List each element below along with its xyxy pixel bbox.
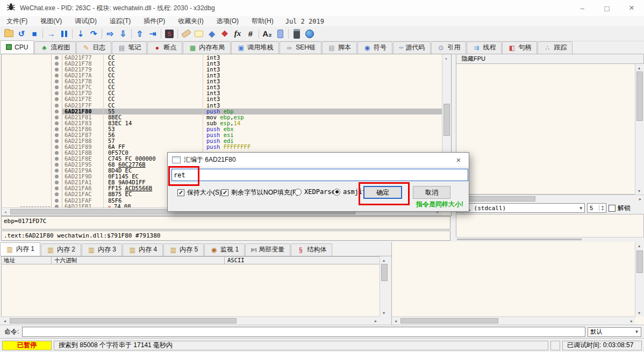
command-input[interactable]: [22, 327, 585, 337]
globe-icon[interactable]: [303, 27, 316, 40]
tab-threads[interactable]: ⇉线程: [467, 41, 502, 54]
keep-size-checkbox[interactable]: 保持大小(S): [177, 188, 221, 197]
breakpoint-dot-icon[interactable]: [55, 139, 59, 143]
minimize-button[interactable]: [570, 0, 595, 16]
breakpoint-dot-icon[interactable]: [55, 175, 59, 178]
breakpoint-dot-icon[interactable]: [55, 80, 59, 83]
breakpoint-dot-icon[interactable]: [55, 116, 59, 119]
arguments-scrollbar[interactable]: [456, 237, 644, 241]
registers-vertical-scrollbar[interactable]: [635, 64, 644, 195]
menu-item[interactable]: 追踪(T): [103, 17, 137, 26]
calculator-icon[interactable]: [290, 27, 303, 40]
breakpoint-dot-icon[interactable]: [55, 104, 59, 107]
menu-item[interactable]: 调试(D): [68, 17, 103, 26]
assemble-instruction-input[interactable]: [171, 169, 468, 181]
cancel-button[interactable]: 取消: [413, 186, 450, 199]
dump-vertical-scrollbar[interactable]: [380, 256, 389, 317]
menu-item[interactable]: 视图(V): [34, 17, 68, 26]
breakpoint-dot-icon[interactable]: [55, 74, 59, 77]
notify-icon[interactable]: [274, 27, 287, 40]
pause-icon[interactable]: [58, 27, 70, 40]
tab-dump3[interactable]: ▥内存 3: [82, 243, 122, 256]
labels-icon[interactable]: ◈: [205, 27, 218, 40]
dump-horizontal-scrollbar[interactable]: [1, 317, 380, 325]
tab-dump1[interactable]: ▥内存 1: [0, 242, 40, 256]
tab-script[interactable]: ▤脚本: [322, 41, 357, 54]
tab-dump5[interactable]: ▥内存 5: [163, 243, 204, 256]
breakpoint-dot-icon[interactable]: [55, 181, 59, 184]
calling-convention-select[interactable]: 默认 (stdcall)▼: [456, 203, 585, 213]
spinner-arrows-icon[interactable]: ▲▼: [599, 205, 606, 211]
breakpoint-dot-icon[interactable]: [55, 127, 59, 131]
run-icon[interactable]: →: [45, 27, 58, 40]
breakpoint-dot-icon[interactable]: [55, 145, 59, 149]
dump-header-address[interactable]: 地址: [2, 257, 52, 264]
maximize-button[interactable]: [595, 0, 619, 16]
patches-icon[interactable]: [180, 27, 192, 40]
execute-till-return-icon[interactable]: ⇨: [104, 27, 117, 40]
breakpoint-dot-icon[interactable]: [55, 97, 59, 101]
breakpoint-dot-icon[interactable]: [55, 85, 59, 89]
tab-log[interactable]: ✎日志: [76, 41, 111, 54]
restart-icon[interactable]: ↺: [15, 27, 28, 40]
breakpoint-dot-icon[interactable]: [55, 91, 59, 95]
menu-item[interactable]: 文件(F): [0, 17, 34, 26]
step-over-icon[interactable]: ↷: [87, 27, 100, 40]
tab-references[interactable]: ⊙引用: [431, 41, 466, 54]
tab-symbols[interactable]: ◉符号: [357, 41, 392, 54]
scylla-icon[interactable]: S: [163, 27, 176, 40]
unlock-checkbox[interactable]: 解锁: [609, 204, 631, 213]
breakpoint-dot-icon[interactable]: [55, 151, 59, 155]
hash-icon[interactable]: #: [244, 27, 257, 40]
breakpoint-dot-icon[interactable]: [55, 169, 59, 173]
tab-cpu[interactable]: CPU: [0, 40, 34, 54]
registers-horizontal-scrollbar[interactable]: [456, 195, 644, 203]
tab-dump4[interactable]: ▥内存 4: [123, 243, 163, 256]
breakpoint-dot-icon[interactable]: [55, 186, 59, 190]
tab-memmap[interactable]: ▦内存布局: [183, 41, 231, 54]
breakpoint-dot-icon[interactable]: [55, 163, 59, 167]
breakpoint-dot-icon[interactable]: [55, 192, 59, 196]
stop-icon[interactable]: ■: [28, 27, 41, 40]
args-count-spinner[interactable]: 5 ▲▼: [587, 203, 606, 213]
dump-header-hex[interactable]: 十六进制: [52, 257, 225, 264]
tab-struct[interactable]: §结构体: [291, 243, 332, 256]
menu-item[interactable]: 收藏夹(I): [171, 17, 210, 26]
tab-source[interactable]: <>源代码: [393, 41, 431, 54]
breakpoint-dot-icon[interactable]: [55, 199, 59, 203]
tab-callstack[interactable]: ▣调用堆栈: [231, 41, 279, 54]
tab-breakpoints[interactable]: ●断点: [147, 41, 182, 54]
breakpoint-dot-icon[interactable]: [55, 68, 59, 71]
menu-item[interactable]: 帮助(H): [245, 17, 280, 26]
step-into-swallow-icon[interactable]: ⇩: [117, 27, 130, 40]
registers-list[interactable]: [456, 64, 636, 195]
dump-header-ascii[interactable]: ASCII: [225, 257, 245, 264]
breakpoint-dot-icon[interactable]: [55, 121, 59, 125]
memory-dump[interactable]: [1, 264, 381, 317]
tab-trace[interactable]: ∴跟踪: [538, 41, 573, 54]
dialog-close-icon[interactable]: [454, 155, 463, 164]
close-button[interactable]: [619, 0, 644, 16]
breakpoint-dot-icon[interactable]: [55, 110, 59, 113]
step-into-icon[interactable]: ⇣: [74, 27, 87, 40]
favourites-icon[interactable]: ❖: [218, 27, 231, 40]
stack-horizontal-scrollbar[interactable]: [392, 317, 635, 325]
stack-vertical-scrollbar[interactable]: [635, 242, 644, 317]
tab-locals[interactable]: [x=]局部变量: [245, 243, 290, 256]
run-to-user-code-icon[interactable]: ⇥: [146, 27, 159, 40]
tab-seh[interactable]: ∞SEH链: [280, 41, 321, 54]
breakpoint-dot-icon[interactable]: [55, 133, 59, 137]
breakpoint-dot-icon[interactable]: [55, 56, 59, 60]
stack-pane[interactable]: [391, 242, 644, 325]
fx-icon[interactable]: fx: [231, 27, 244, 40]
command-parser-select[interactable]: 默认▼: [588, 327, 641, 337]
tab-handles[interactable]: ◧句柄: [502, 41, 537, 54]
tab-graph[interactable]: ♣流程图: [34, 41, 76, 54]
tab-watch1[interactable]: ◉监视 1: [204, 243, 245, 256]
hide-fpu-button[interactable]: 隐藏FPU: [456, 54, 644, 64]
comments-icon[interactable]: [192, 27, 205, 40]
stack-arguments-list[interactable]: [456, 214, 644, 238]
breakpoint-dot-icon[interactable]: [55, 62, 59, 66]
menu-item[interactable]: 选项(O): [210, 17, 245, 26]
asmjit-radio[interactable]: asmjit: [333, 188, 366, 196]
